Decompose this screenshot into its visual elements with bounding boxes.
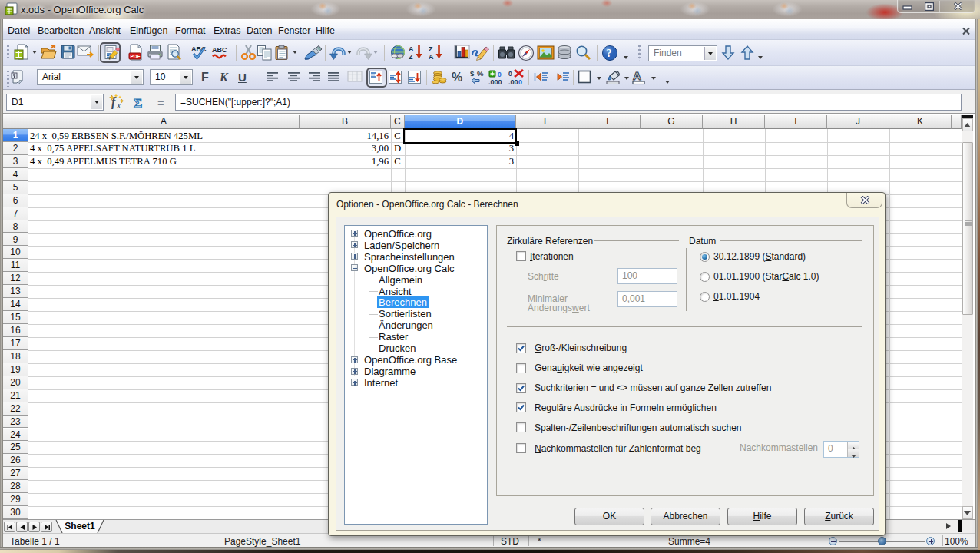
svg-text:0: 0 [508, 70, 512, 78]
svg-text:=: = [157, 96, 164, 109]
svg-text:Z: Z [409, 53, 413, 61]
svg-text:0: 0 [518, 78, 522, 86]
svg-text:Σ: Σ [134, 96, 142, 111]
svg-text:ABC: ABC [212, 46, 227, 54]
svg-text:Z: Z [429, 45, 433, 53]
svg-text:.000: .000 [488, 78, 502, 86]
svg-text:PDF: PDF [131, 54, 141, 59]
svg-text:.00: .00 [508, 78, 518, 86]
svg-text:A: A [633, 69, 641, 82]
svg-text:A: A [429, 53, 434, 61]
svg-text:0: 0 [498, 71, 502, 78]
svg-text:$: $ [470, 69, 475, 78]
svg-text:A: A [409, 45, 414, 53]
svg-text:%: % [477, 69, 484, 78]
svg-text:?: ? [607, 48, 612, 59]
